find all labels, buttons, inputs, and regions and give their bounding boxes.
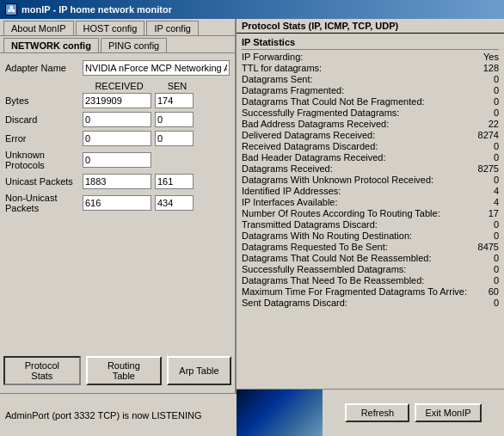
stat-row-unknown-protocols: Unknown Protocols: [5, 150, 230, 170]
form-area: Adapter Name RECEIVED SEN Bytes Discard …: [0, 57, 235, 220]
stat-item-label: Datagrams With Unknown Protocol Received…: [242, 175, 470, 185]
stat-row-nonunicast: Non-Unicast Packets: [5, 193, 230, 213]
stat-item: Bad Header Datagrams Received:0: [242, 152, 499, 163]
stat-item-value: 22: [473, 119, 499, 129]
stat-item-label: Transmitted Datagrams Discard:: [242, 219, 470, 230]
stat-sent-error[interactable]: [155, 131, 194, 146]
status-bar: AdminPort (port 3332 TCP) is now LISTENI…: [0, 393, 237, 436]
stat-item: Datagrams Sent:0: [242, 74, 499, 84]
stat-item: Datagrams That Need To Be Reassembled:0: [242, 275, 499, 286]
stat-item: Identified IP Addresses:4: [242, 186, 499, 196]
routing-table-button[interactable]: Routing Table: [86, 356, 162, 385]
tab-network-config[interactable]: NETWORK config: [3, 38, 99, 52]
stat-item-label: Datagrams Requested To Be Sent:: [242, 242, 470, 252]
stat-item-value: 17: [473, 208, 499, 218]
stat-sent-discard[interactable]: [155, 112, 194, 127]
stat-item-label: Sent Datagrams Discard:: [242, 298, 470, 308]
tab-ip-config[interactable]: IP config: [146, 21, 199, 35]
stat-item: TTL for datagrams:128: [242, 63, 499, 73]
stat-item-value: Yes: [473, 52, 499, 62]
stat-sent-unicast[interactable]: [155, 174, 194, 189]
adapter-input[interactable]: [83, 60, 230, 76]
stat-item-label: Received Datagrams Discarded:: [242, 141, 470, 151]
stat-item-value: 4: [473, 186, 499, 196]
stat-item-label: Datagrams That Could Not Be Reassembled:: [242, 253, 470, 263]
stat-item-label: Successfully Reassembled Datagrams:: [242, 264, 470, 274]
stat-item-label: TTL for datagrams:: [242, 63, 470, 73]
stat-item-label: Bad Address Datagrams Received:: [242, 119, 470, 129]
stat-received-error[interactable]: [83, 131, 151, 146]
stat-item: Datagrams With No Routing Destination:0: [242, 230, 499, 241]
stat-item-label: Successfully Fragmented Datagrams:: [242, 107, 470, 118]
stat-item-label: IP Interfaces Available:: [242, 197, 470, 207]
bottom-right: Refresh Exit MonIP: [237, 389, 504, 436]
stat-item: Transmitted Datagrams Discard:0: [242, 219, 499, 230]
stat-label-unicast: Unicast Packets: [5, 176, 83, 187]
stat-item-label: Datagrams That Need To Be Reassembled:: [242, 275, 470, 286]
stat-row-error: Error: [5, 131, 230, 146]
exit-button[interactable]: Exit MonIP: [415, 403, 481, 422]
stat-item: Number Of Routes According To Routing Ta…: [242, 208, 499, 218]
stat-row-bytes: Bytes: [5, 93, 230, 108]
stat-received-unicast[interactable]: [83, 174, 151, 189]
stat-item: Successfully Reassembled Datagrams:0: [242, 264, 499, 274]
tab-host-config[interactable]: HOST config: [76, 21, 145, 35]
stat-item-value: 0: [473, 230, 499, 241]
stat-item-label: Maximum Time For Fragmented Datagrams To…: [242, 286, 470, 297]
tab-ping-config[interactable]: PING config: [101, 38, 167, 52]
stat-item: Bad Address Datagrams Received:22: [242, 119, 499, 129]
stat-item-value: 0: [473, 275, 499, 286]
stats-content: IP Statistics IP Forwarding:YesTTL for d…: [237, 34, 504, 384]
refresh-button[interactable]: Refresh: [345, 403, 409, 422]
stat-item: Datagrams Requested To Be Sent:8475: [242, 242, 499, 252]
col-headers: RECEIVED SEN: [83, 81, 230, 91]
bottom-right-buttons: Refresh Exit MonIP: [323, 403, 504, 422]
tab-about-monip[interactable]: About MonIP: [3, 21, 74, 35]
stat-item-label: Datagrams With No Routing Destination:: [242, 230, 470, 241]
divider: [242, 49, 499, 50]
stat-item-label: Identified IP Addresses:: [242, 186, 470, 196]
right-panel-title: Protocol Stats (IP, ICMP, TCP, UDP): [237, 19, 504, 34]
stat-item-label: Datagrams That Could Not Be Fragmented:: [242, 96, 470, 107]
protocol-stats-button[interactable]: Protocol Stats: [3, 356, 81, 385]
col-sent-header: SEN: [156, 81, 199, 91]
stat-item-value: 0: [473, 219, 499, 230]
tab-row-1: About MonIP HOST config IP config: [0, 19, 235, 36]
stat-sent-bytes[interactable]: [155, 93, 194, 108]
stat-item-value: 0: [473, 141, 499, 151]
stat-item-value: 0: [473, 85, 499, 95]
arp-table-button[interactable]: Arp Table: [167, 356, 231, 385]
col-received-header: RECEIVED: [83, 81, 156, 91]
stat-item-value: 60: [473, 286, 499, 297]
stat-row-discard: Discard: [5, 112, 230, 127]
stat-received-unknown-protocols[interactable]: [83, 152, 151, 168]
stat-item: Delivered Datagrams Received:8274: [242, 130, 499, 140]
stat-item-value: 0: [473, 175, 499, 185]
stat-item-value: 8274: [473, 130, 499, 140]
stat-label-discard: Discard: [5, 114, 83, 125]
network-image: [237, 390, 323, 437]
stat-item-value: 0: [473, 74, 499, 84]
stat-item-label: Datagrams Sent:: [242, 74, 470, 84]
ip-statistics-title: IP Statistics: [242, 37, 499, 47]
stat-label-unknown-protocols: Unknown Protocols: [5, 150, 83, 170]
stat-item: Received Datagrams Discarded:0: [242, 141, 499, 151]
stat-received-bytes[interactable]: [83, 93, 151, 108]
stat-label-error: Error: [5, 133, 83, 144]
stat-item-label: Datagrams Fragmented:: [242, 85, 470, 95]
stat-item-value: 8475: [473, 242, 499, 252]
adapter-row: Adapter Name: [5, 60, 230, 76]
stat-item-label: Datagrams Received:: [242, 163, 470, 174]
stats-list: IP Forwarding:YesTTL for datagrams:128Da…: [242, 52, 499, 308]
stat-item-value: 4: [473, 197, 499, 207]
stat-item-value: 0: [473, 264, 499, 274]
stat-row-unicast: Unicast Packets: [5, 174, 230, 189]
stat-received-nonunicast[interactable]: [83, 195, 151, 211]
stat-item: Datagrams With Unknown Protocol Received…: [242, 175, 499, 185]
stat-label-bytes: Bytes: [5, 95, 83, 106]
stat-item: IP Interfaces Available:4: [242, 197, 499, 207]
stat-sent-nonunicast[interactable]: [155, 195, 194, 211]
stat-received-discard[interactable]: [83, 112, 151, 127]
title-text: monIP - IP home network monitor: [22, 4, 172, 15]
stat-item: Sent Datagrams Discard:0: [242, 298, 499, 308]
